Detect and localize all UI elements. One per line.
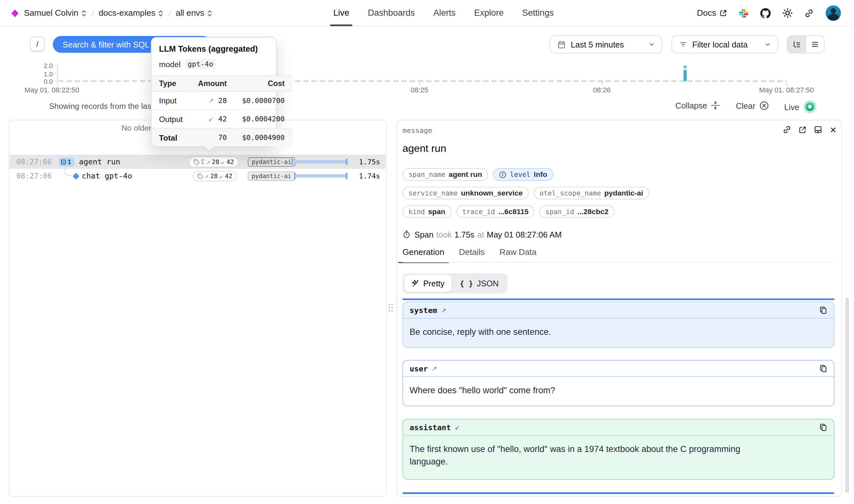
- time-range-selector[interactable]: Last 5 minutes: [550, 35, 662, 53]
- span-kind-label: message: [403, 126, 433, 134]
- tab-raw-data[interactable]: Raw Data: [499, 247, 537, 263]
- pydantic-logo-icon: [11, 9, 19, 17]
- input-tokens: 28: [210, 172, 218, 180]
- col-cost: Cost: [234, 75, 292, 91]
- detail-panel-actions: ✕: [783, 125, 836, 134]
- input-tokens: 28: [212, 158, 220, 166]
- scope-tag[interactable]: pydantic-ai: [248, 172, 295, 181]
- tab-live[interactable]: Live: [333, 0, 349, 26]
- trace-row-chat-gpt4o[interactable]: 08:27:06 chat gpt-4o ↗ 28 ↙ 42 pydantic-…: [10, 169, 386, 183]
- list-view-button[interactable]: [806, 36, 824, 53]
- copy-icon[interactable]: [819, 423, 827, 431]
- clear-label: Clear: [736, 101, 756, 110]
- slack-icon[interactable]: [739, 8, 748, 18]
- copy-icon[interactable]: [819, 306, 827, 314]
- message-text: Be concise, reply with one sentence.: [403, 319, 834, 345]
- chevron-down-icon: [649, 41, 655, 48]
- project-name: docs-examples: [98, 8, 156, 18]
- tag-icon: [193, 159, 199, 165]
- theme-toggle-icon[interactable]: [783, 8, 793, 18]
- tag-icon: [197, 173, 203, 179]
- attr-pill-otel-scope-name[interactable]: otel_scope_name pydantic-ai: [533, 187, 649, 199]
- docs-link[interactable]: Docs: [697, 8, 727, 18]
- span-start-time: 08:27:06: [16, 169, 52, 183]
- collapse-label: Collapse: [675, 101, 707, 110]
- org-selector[interactable]: Samuel Colvin: [24, 8, 87, 18]
- live-indicator-icon: [803, 100, 816, 113]
- message-role: assistant: [410, 423, 451, 431]
- collapse-button[interactable]: Collapse: [675, 101, 721, 110]
- chevron-updown-icon: [158, 9, 164, 17]
- copy-link-icon[interactable]: [783, 125, 792, 134]
- attr-pill-kind[interactable]: kind span: [403, 205, 451, 218]
- x-axis-tick: May 01. 08:22:50: [24, 86, 79, 94]
- attr-pill-span-name[interactable]: span_name agent run: [403, 168, 488, 181]
- llm-tokens-tooltip: LLM Tokens (aggregated) model gpt-4o Typ…: [151, 37, 277, 147]
- attr-pill-span-id[interactable]: span_id ...28cbc2: [539, 205, 615, 218]
- col-amount: Amount: [190, 75, 234, 91]
- dock-panel-icon[interactable]: [814, 125, 822, 134]
- share-link-icon[interactable]: [804, 8, 814, 18]
- info-icon: [499, 171, 507, 179]
- view-mode-segmented-control: [787, 35, 824, 53]
- copy-icon[interactable]: [819, 364, 827, 372]
- live-toggle[interactable]: Live: [784, 100, 816, 113]
- input-arrow-icon: ↗: [205, 172, 209, 180]
- github-icon[interactable]: [760, 8, 770, 18]
- attr-pill-service-name[interactable]: service_name unknown_service: [403, 187, 529, 199]
- open-in-new-icon[interactable]: [799, 126, 807, 133]
- tab-explore[interactable]: Explore: [474, 0, 504, 26]
- table-row-output: Output ↙ 42 $0.0004200: [151, 110, 292, 128]
- top-navigation: Samuel Colvin / docs-examples / all envs…: [0, 0, 854, 26]
- environment-selector[interactable]: all envs: [176, 8, 213, 18]
- tree-view-icon: [792, 40, 801, 49]
- x-axis-tick: 08:25: [411, 86, 428, 94]
- duration-bar[interactable]: [292, 159, 348, 165]
- record-count-bar[interactable]: [684, 66, 686, 81]
- token-counts-pill[interactable]: Σ ↗ 28 ↙ 42: [189, 157, 238, 167]
- minus-square-icon: [60, 159, 67, 165]
- pretty-json-toggle: Pretty { } JSON: [403, 273, 508, 294]
- pretty-view-button[interactable]: Pretty: [404, 275, 452, 292]
- tab-settings[interactable]: Settings: [522, 0, 554, 26]
- span-duration: 1.75s: [359, 155, 380, 169]
- y-axis-tick: 0.0: [37, 78, 53, 86]
- span-diamond-icon: [73, 173, 79, 179]
- message-role: user: [410, 364, 428, 373]
- tab-details[interactable]: Details: [459, 247, 485, 263]
- span-detail-panel: message ✕ agent run span_name agent run …: [397, 120, 842, 497]
- span-timing-text: Span took 1.75s at May 01 08:27:06 AM: [403, 230, 562, 239]
- clear-button[interactable]: Clear: [736, 101, 769, 111]
- project-selector[interactable]: docs-examples: [98, 8, 163, 18]
- output-arrow-icon: ↙: [219, 172, 223, 180]
- attr-pill-trace-id[interactable]: trace_id ...6c8115: [456, 205, 534, 218]
- tab-alerts[interactable]: Alerts: [433, 0, 456, 26]
- tab-generation[interactable]: Generation: [403, 247, 444, 263]
- col-type: Type: [151, 75, 190, 91]
- y-axis-tick: 2.0: [37, 62, 53, 70]
- filter-local-data-button[interactable]: Filter local data: [672, 35, 779, 53]
- scrollbar[interactable]: [845, 297, 849, 493]
- input-arrow-icon: ↗: [206, 158, 210, 166]
- duration-bar[interactable]: [294, 173, 347, 179]
- message-text: The first known use of "hello, world" wa…: [403, 436, 760, 475]
- json-view-button[interactable]: { } JSON: [453, 275, 506, 292]
- close-icon[interactable]: ✕: [830, 126, 836, 133]
- breadcrumb: Samuel Colvin / docs-examples / all envs: [11, 0, 213, 26]
- tab-dashboards[interactable]: Dashboards: [368, 0, 415, 26]
- user-avatar[interactable]: [826, 5, 841, 21]
- tree-view-button[interactable]: [787, 36, 806, 53]
- sigma-icon: Σ: [201, 158, 205, 166]
- span-title: agent run: [403, 143, 446, 155]
- token-counts-pill[interactable]: ↗ 28 ↙ 42: [193, 171, 237, 181]
- breadcrumb-separator: /: [91, 8, 94, 18]
- collapse-children-badge[interactable]: 1: [59, 157, 74, 166]
- panel-resize-handle[interactable]: [389, 304, 393, 313]
- model-value: gpt-4o: [185, 59, 216, 69]
- level-pill[interactable]: level Info: [493, 168, 553, 181]
- tabs-divider: [403, 262, 834, 263]
- detail-tabs: Generation Details Raw Data: [403, 247, 537, 263]
- scope-tag[interactable]: pydantic-ai: [248, 157, 295, 166]
- search-shortcut-key[interactable]: /: [30, 37, 44, 51]
- clear-circle-x-icon: [759, 101, 769, 111]
